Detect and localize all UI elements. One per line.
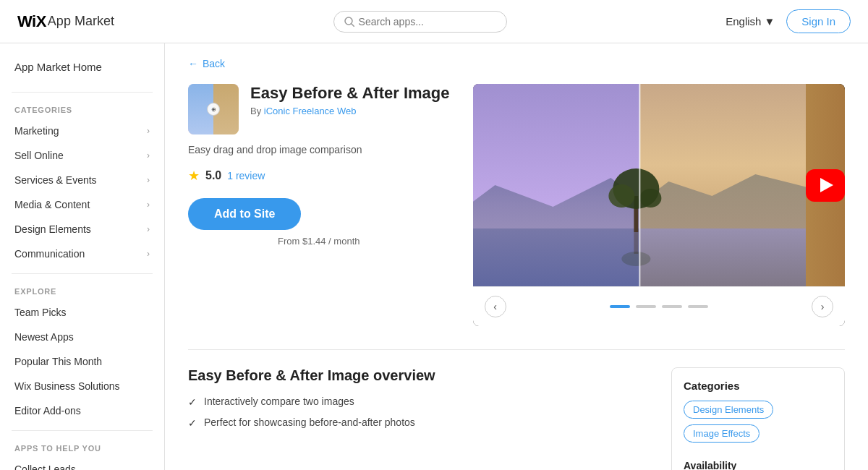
svg-line-1 — [352, 24, 354, 27]
sidebar-item-label: Newest Apps — [14, 331, 74, 343]
video-container: Easy Before & After Image ⋮ — [473, 84, 845, 326]
category-tag-image-effects[interactable]: Image Effects — [684, 424, 760, 443]
categories-box: Categories Design Elements Image Effects… — [671, 367, 845, 470]
sidebar-item-design-elements[interactable]: Design Elements › — [0, 217, 164, 242]
search-icon — [344, 17, 354, 27]
categories-section-title: CATEGORIES — [0, 100, 164, 119]
review-link[interactable]: 1 review — [227, 170, 265, 181]
sidebar-item-label: Wix Business Solutions — [14, 380, 120, 392]
search-box[interactable] — [333, 11, 507, 33]
chevron-right-icon: › — [147, 224, 150, 234]
sidebar-item-collect-leads[interactable]: Collect Leads — [0, 457, 164, 470]
overview-right: Categories Design Elements Image Effects… — [671, 367, 845, 470]
add-to-site-button[interactable]: Add to Site — [188, 198, 301, 230]
sign-in-button[interactable]: Sign In — [786, 9, 851, 33]
sidebar-item-team-picks[interactable]: Team Picks — [0, 300, 164, 325]
sidebar-item-popular-this-month[interactable]: Popular This Month — [0, 349, 164, 374]
explore-section-title: EXPLORE — [0, 281, 164, 300]
play-triangle-icon — [820, 178, 833, 192]
search-input[interactable] — [359, 16, 496, 27]
section-divider — [188, 349, 845, 350]
sidebar-home[interactable]: App Market Home — [0, 55, 164, 85]
carousel-prev-button[interactable]: ‹ — [485, 296, 506, 317]
svg-rect-4 — [473, 228, 639, 286]
chevron-right-icon: › — [147, 200, 150, 210]
app-header-section: ⊕ Easy Before & After Image By iConic Fr… — [188, 84, 845, 326]
main-content: ← Back ⊕ Easy Bef — [165, 43, 868, 470]
sidebar-item-sell-online[interactable]: Sell Online › — [0, 143, 164, 168]
sidebar-item-wix-business-solutions[interactable]: Wix Business Solutions — [0, 374, 164, 398]
sidebar-divider-1 — [12, 92, 153, 93]
language-label: English — [726, 15, 761, 27]
carousel-dot-4[interactable] — [688, 305, 708, 308]
sidebar-item-media-content[interactable]: Media & Content › — [0, 192, 164, 217]
rating-row: ★ 5.0 1 review — [188, 168, 450, 184]
sidebar-item-label: Services & Events — [14, 174, 97, 186]
sidebar-item-editor-addons[interactable]: Editor Add-ons — [0, 398, 164, 423]
sidebar-item-label: Communication — [14, 248, 85, 260]
overview-title: Easy Before & After Image overview — [188, 367, 648, 384]
logo-wix: WiX — [17, 12, 46, 31]
overview-section: Easy Before & After Image overview ✓ Int… — [188, 367, 845, 470]
carousel-next-button[interactable]: › — [812, 296, 833, 317]
app-info-left: ⊕ Easy Before & After Image By iConic Fr… — [188, 84, 450, 326]
header-search-area — [114, 11, 726, 33]
logo-app-market: App Market — [48, 14, 114, 29]
main-layout: App Market Home CATEGORIES Marketing › S… — [0, 43, 868, 470]
sidebar-item-label: Design Elements — [14, 223, 91, 235]
feature-item-2: ✓ Perfect for showcasing before-and-afte… — [188, 416, 648, 429]
overview-left: Easy Before & After Image overview ✓ Int… — [188, 367, 648, 470]
rating-number: 5.0 — [205, 169, 221, 182]
back-arrow-icon: ← — [188, 58, 198, 69]
chevron-right-icon: › — [147, 150, 150, 161]
chevron-down-icon: ▼ — [764, 15, 775, 27]
sidebar-item-label: Team Picks — [14, 307, 67, 318]
app-icon: ⊕ — [188, 84, 239, 134]
app-description: Easy drag and drop image comparison — [188, 143, 450, 158]
carousel-dot-1[interactable] — [610, 305, 630, 308]
header: WiX App Market English ▼ Sign In — [0, 0, 868, 43]
carousel-dots — [610, 305, 708, 308]
sidebar-item-services-events[interactable]: Services & Events › — [0, 168, 164, 192]
sidebar-divider-3 — [12, 430, 153, 431]
app-name-dev: Easy Before & After Image By iConic Free… — [250, 84, 450, 122]
feature-text-2: Perfect for showcasing before-and-after … — [204, 416, 415, 428]
logo: WiX App Market — [17, 12, 114, 31]
video-section: Easy Before & After Image ⋮ — [473, 84, 845, 326]
feature-text-1: Interactively compare two images — [204, 396, 354, 407]
svg-point-11 — [639, 189, 661, 208]
play-button[interactable] — [806, 169, 845, 202]
sidebar-item-label: Editor Add-ons — [14, 405, 81, 416]
carousel-dot-2[interactable] — [636, 305, 656, 308]
app-title-row: ⊕ Easy Before & After Image By iConic Fr… — [188, 84, 450, 134]
svg-point-13 — [621, 252, 650, 266]
apps-to-help-section-title: APPS TO HELP YOU — [0, 438, 164, 457]
check-icon-1: ✓ — [188, 396, 197, 408]
carousel-dot-3[interactable] — [662, 305, 682, 308]
developer-link[interactable]: iConic Freelance Web — [264, 106, 357, 116]
svg-rect-12 — [634, 232, 638, 254]
carousel-nav: ‹ › — [473, 286, 845, 326]
sidebar-item-label: Media & Content — [14, 199, 90, 210]
categories-box-title: Categories — [684, 380, 833, 392]
availability-title: Availability — [684, 460, 833, 470]
video-thumbnail — [473, 84, 845, 286]
sidebar: App Market Home CATEGORIES Marketing › S… — [0, 43, 165, 470]
chevron-right-icon: › — [147, 249, 150, 259]
app-icon-inner: ⊕ — [188, 84, 239, 134]
chevron-right-icon: › — [147, 175, 150, 185]
sidebar-item-newest-apps[interactable]: Newest Apps — [0, 325, 164, 349]
video-scene-svg — [473, 84, 807, 286]
language-selector[interactable]: English ▼ — [726, 15, 775, 27]
sidebar-item-communication[interactable]: Communication › — [0, 242, 164, 266]
price-label: From $1.44 / month — [188, 236, 450, 247]
by-label: By — [250, 106, 261, 116]
back-link[interactable]: ← Back — [188, 58, 845, 69]
category-tag-design-elements[interactable]: Design Elements — [684, 401, 773, 419]
app-by: By iConic Freelance Web — [250, 106, 450, 116]
feature-item-1: ✓ Interactively compare two images — [188, 396, 648, 408]
app-icon-circle: ⊕ — [207, 103, 220, 116]
chevron-right-icon: › — [147, 126, 150, 136]
sidebar-item-label: Sell Online — [14, 150, 64, 161]
sidebar-item-marketing[interactable]: Marketing › — [0, 119, 164, 143]
